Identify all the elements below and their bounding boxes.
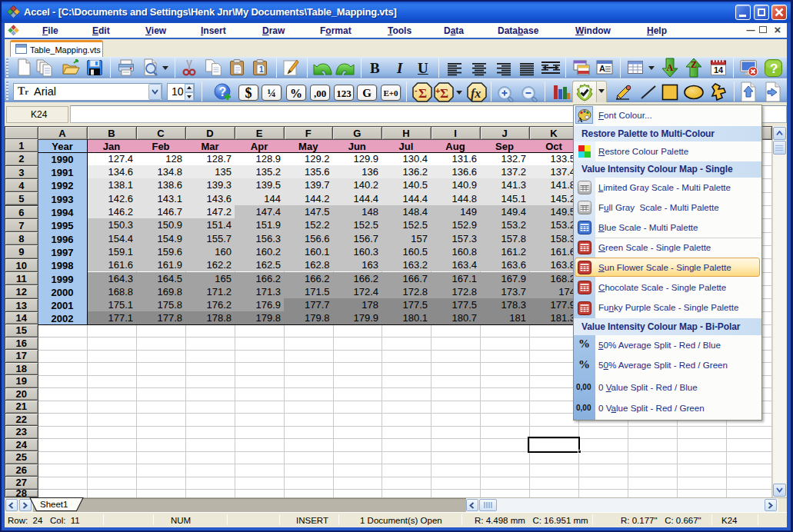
svg-text:14: 14 xyxy=(714,65,724,75)
svg-text:+: + xyxy=(435,86,440,95)
svg-text:1: 1 xyxy=(259,65,264,74)
svg-text:fx: fx xyxy=(471,87,481,101)
svg-text:A: A xyxy=(599,64,605,73)
svg-text:-: - xyxy=(415,85,418,95)
svg-text:A: A xyxy=(578,116,583,123)
svg-text:?: ? xyxy=(770,62,778,76)
svg-text:Σ: Σ xyxy=(440,86,448,101)
svg-text:Σ: Σ xyxy=(418,86,427,101)
svg-text:A: A xyxy=(667,62,674,73)
svg-text:Z: Z xyxy=(691,59,697,70)
